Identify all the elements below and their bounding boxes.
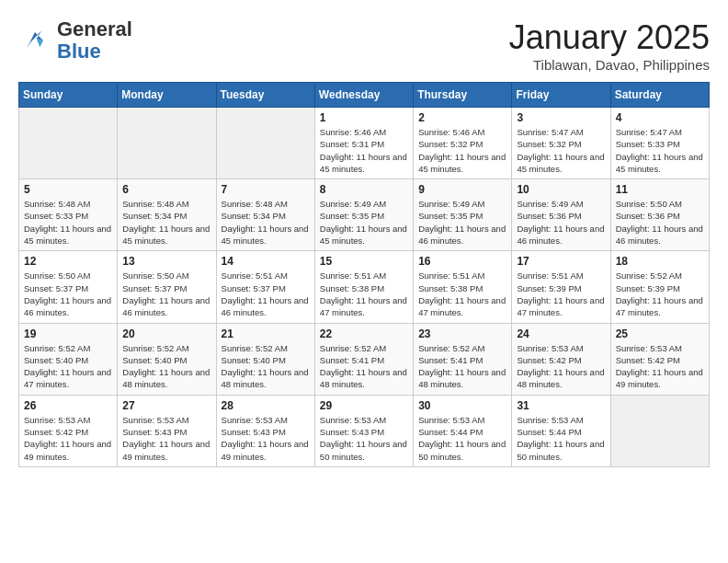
calendar-cell: 24Sunrise: 5:53 AM Sunset: 5:42 PM Dayli… <box>512 323 610 395</box>
weekday-header-wednesday: Wednesday <box>314 83 413 108</box>
day-info: Sunrise: 5:46 AM Sunset: 5:31 PM Dayligh… <box>320 126 408 175</box>
calendar-cell: 22Sunrise: 5:52 AM Sunset: 5:41 PM Dayli… <box>314 323 413 395</box>
day-info: Sunrise: 5:53 AM Sunset: 5:44 PM Dayligh… <box>517 414 605 463</box>
calendar-cell <box>216 108 314 179</box>
month-title: January 2025 <box>509 18 710 57</box>
day-info: Sunrise: 5:52 AM Sunset: 5:41 PM Dayligh… <box>320 342 408 391</box>
calendar-cell: 13Sunrise: 5:50 AM Sunset: 5:37 PM Dayli… <box>118 251 216 323</box>
logo-icon <box>18 24 51 57</box>
location-title: Tiblawan, Davao, Philippines <box>509 57 710 73</box>
day-info: Sunrise: 5:47 AM Sunset: 5:33 PM Dayligh… <box>616 126 704 175</box>
day-info: Sunrise: 5:53 AM Sunset: 5:42 PM Dayligh… <box>616 342 704 391</box>
day-info: Sunrise: 5:50 AM Sunset: 5:36 PM Dayligh… <box>616 198 704 247</box>
day-number: 29 <box>320 399 408 412</box>
day-number: 1 <box>320 111 408 124</box>
calendar-cell: 30Sunrise: 5:53 AM Sunset: 5:44 PM Dayli… <box>414 395 512 466</box>
weekday-header-thursday: Thursday <box>414 83 512 108</box>
calendar-cell: 28Sunrise: 5:53 AM Sunset: 5:43 PM Dayli… <box>216 395 314 466</box>
day-info: Sunrise: 5:53 AM Sunset: 5:43 PM Dayligh… <box>122 414 210 463</box>
calendar-cell: 6Sunrise: 5:48 AM Sunset: 5:34 PM Daylig… <box>118 179 216 251</box>
calendar-cell: 11Sunrise: 5:50 AM Sunset: 5:36 PM Dayli… <box>610 179 709 251</box>
calendar-cell: 25Sunrise: 5:53 AM Sunset: 5:42 PM Dayli… <box>610 323 709 395</box>
day-info: Sunrise: 5:49 AM Sunset: 5:35 PM Dayligh… <box>320 198 408 247</box>
day-number: 31 <box>517 399 605 412</box>
day-number: 5 <box>24 183 112 196</box>
calendar-week-2: 5Sunrise: 5:48 AM Sunset: 5:33 PM Daylig… <box>19 179 710 251</box>
calendar-cell: 3Sunrise: 5:47 AM Sunset: 5:32 PM Daylig… <box>512 108 610 179</box>
calendar-cell: 17Sunrise: 5:51 AM Sunset: 5:39 PM Dayli… <box>512 251 610 323</box>
page-header: General Blue January 2025 Tiblawan, Dava… <box>18 18 710 73</box>
day-number: 10 <box>517 183 605 196</box>
calendar-cell: 23Sunrise: 5:52 AM Sunset: 5:41 PM Dayli… <box>414 323 512 395</box>
day-info: Sunrise: 5:51 AM Sunset: 5:38 PM Dayligh… <box>320 270 408 318</box>
calendar-cell: 4Sunrise: 5:47 AM Sunset: 5:33 PM Daylig… <box>610 108 709 179</box>
day-info: Sunrise: 5:49 AM Sunset: 5:35 PM Dayligh… <box>418 198 506 247</box>
day-number: 12 <box>24 255 112 268</box>
calendar-cell: 21Sunrise: 5:52 AM Sunset: 5:40 PM Dayli… <box>216 323 314 395</box>
calendar-cell: 2Sunrise: 5:46 AM Sunset: 5:32 PM Daylig… <box>414 108 512 179</box>
day-number: 20 <box>122 327 210 340</box>
day-info: Sunrise: 5:53 AM Sunset: 5:43 PM Dayligh… <box>320 414 408 463</box>
calendar-week-3: 12Sunrise: 5:50 AM Sunset: 5:37 PM Dayli… <box>19 251 710 323</box>
day-info: Sunrise: 5:49 AM Sunset: 5:36 PM Dayligh… <box>517 198 605 247</box>
day-info: Sunrise: 5:50 AM Sunset: 5:37 PM Dayligh… <box>122 270 210 318</box>
day-number: 24 <box>517 327 605 340</box>
calendar-cell: 10Sunrise: 5:49 AM Sunset: 5:36 PM Dayli… <box>512 179 610 251</box>
day-info: Sunrise: 5:48 AM Sunset: 5:34 PM Dayligh… <box>222 198 310 247</box>
calendar-cell: 9Sunrise: 5:49 AM Sunset: 5:35 PM Daylig… <box>414 179 512 251</box>
weekday-header-saturday: Saturday <box>610 83 709 108</box>
day-number: 2 <box>418 111 506 124</box>
day-info: Sunrise: 5:52 AM Sunset: 5:39 PM Dayligh… <box>616 270 704 318</box>
calendar-header-row: SundayMondayTuesdayWednesdayThursdayFrid… <box>19 83 710 108</box>
day-info: Sunrise: 5:52 AM Sunset: 5:41 PM Dayligh… <box>418 342 506 391</box>
calendar-cell: 31Sunrise: 5:53 AM Sunset: 5:44 PM Dayli… <box>512 395 610 466</box>
day-info: Sunrise: 5:46 AM Sunset: 5:32 PM Dayligh… <box>418 126 506 175</box>
logo-line2: Blue <box>57 40 132 63</box>
calendar-cell: 12Sunrise: 5:50 AM Sunset: 5:37 PM Dayli… <box>19 251 118 323</box>
day-number: 19 <box>24 327 112 340</box>
day-number: 14 <box>222 255 310 268</box>
calendar-cell: 18Sunrise: 5:52 AM Sunset: 5:39 PM Dayli… <box>610 251 709 323</box>
calendar-table: SundayMondayTuesdayWednesdayThursdayFrid… <box>18 82 710 467</box>
day-info: Sunrise: 5:53 AM Sunset: 5:42 PM Dayligh… <box>24 414 112 463</box>
calendar-cell: 7Sunrise: 5:48 AM Sunset: 5:34 PM Daylig… <box>216 179 314 251</box>
day-info: Sunrise: 5:53 AM Sunset: 5:44 PM Dayligh… <box>418 414 506 463</box>
calendar-cell: 14Sunrise: 5:51 AM Sunset: 5:37 PM Dayli… <box>216 251 314 323</box>
day-info: Sunrise: 5:52 AM Sunset: 5:40 PM Dayligh… <box>24 342 112 391</box>
calendar-week-5: 26Sunrise: 5:53 AM Sunset: 5:42 PM Dayli… <box>19 395 710 466</box>
day-info: Sunrise: 5:53 AM Sunset: 5:42 PM Dayligh… <box>517 342 605 391</box>
day-number: 22 <box>320 327 408 340</box>
day-number: 9 <box>418 183 506 196</box>
calendar-cell <box>118 108 216 179</box>
calendar-cell: 16Sunrise: 5:51 AM Sunset: 5:38 PM Dayli… <box>414 251 512 323</box>
day-info: Sunrise: 5:48 AM Sunset: 5:34 PM Dayligh… <box>122 198 210 247</box>
calendar-body: 1Sunrise: 5:46 AM Sunset: 5:31 PM Daylig… <box>19 108 710 467</box>
day-number: 25 <box>616 327 704 340</box>
svg-marker-0 <box>27 30 43 49</box>
day-number: 21 <box>222 327 310 340</box>
calendar-cell: 29Sunrise: 5:53 AM Sunset: 5:43 PM Dayli… <box>314 395 413 466</box>
day-info: Sunrise: 5:51 AM Sunset: 5:38 PM Dayligh… <box>418 270 506 318</box>
day-number: 17 <box>517 255 605 268</box>
calendar-cell: 20Sunrise: 5:52 AM Sunset: 5:40 PM Dayli… <box>118 323 216 395</box>
day-info: Sunrise: 5:51 AM Sunset: 5:39 PM Dayligh… <box>517 270 605 318</box>
day-info: Sunrise: 5:50 AM Sunset: 5:37 PM Dayligh… <box>24 270 112 318</box>
logo: General Blue <box>18 18 132 63</box>
calendar-week-4: 19Sunrise: 5:52 AM Sunset: 5:40 PM Dayli… <box>19 323 710 395</box>
calendar-cell: 27Sunrise: 5:53 AM Sunset: 5:43 PM Dayli… <box>118 395 216 466</box>
calendar-cell <box>610 395 709 466</box>
day-info: Sunrise: 5:51 AM Sunset: 5:37 PM Dayligh… <box>222 270 310 318</box>
day-number: 15 <box>320 255 408 268</box>
day-number: 26 <box>24 399 112 412</box>
logo-line1: General <box>57 18 132 40</box>
calendar-cell <box>19 108 118 179</box>
calendar-cell: 5Sunrise: 5:48 AM Sunset: 5:33 PM Daylig… <box>19 179 118 251</box>
day-number: 18 <box>616 255 704 268</box>
calendar-week-1: 1Sunrise: 5:46 AM Sunset: 5:31 PM Daylig… <box>19 108 710 179</box>
day-number: 11 <box>616 183 704 196</box>
day-number: 3 <box>517 111 605 124</box>
calendar-cell: 19Sunrise: 5:52 AM Sunset: 5:40 PM Dayli… <box>19 323 118 395</box>
day-number: 23 <box>418 327 506 340</box>
day-number: 6 <box>122 183 210 196</box>
day-number: 28 <box>222 399 310 412</box>
